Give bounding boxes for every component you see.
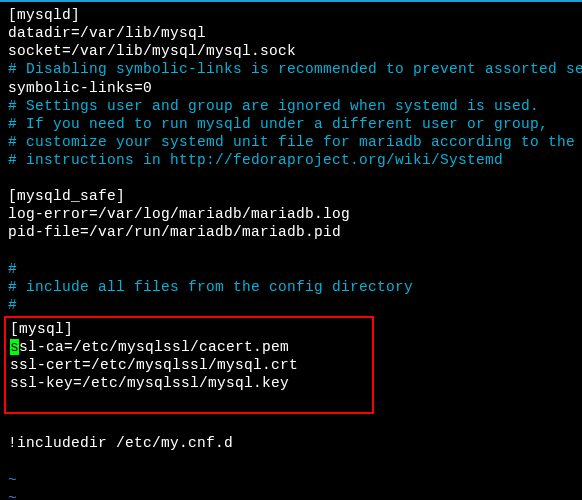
comment-line: # [8, 296, 574, 314]
cursor: s [10, 339, 19, 355]
comment-line: # [8, 260, 574, 278]
config-line: datadir=/var/lib/mysql [8, 24, 574, 42]
config-line: socket=/var/lib/mysql/mysql.sock [8, 42, 574, 60]
vim-tilde: ~ [8, 471, 574, 489]
comment-line: # instructions in http://fedoraproject.o… [8, 151, 574, 169]
blank-line [10, 392, 368, 410]
config-line-cursor: ssl-ca=/etc/mysqlssl/cacert.pem [10, 338, 368, 356]
blank-line [8, 169, 574, 187]
config-line: symbolic-links=0 [8, 79, 574, 97]
comment-line: # include all files from the config dire… [8, 278, 574, 296]
ssl-config-highlight: [mysql] ssl-ca=/etc/mysqlssl/cacert.pem … [4, 316, 374, 415]
comment-line: # Settings user and group are ignored wh… [8, 97, 574, 115]
blank-line [8, 416, 574, 434]
blank-line [8, 242, 574, 260]
config-line: !includedir /etc/my.cnf.d [8, 434, 574, 452]
blank-line [8, 453, 574, 471]
config-line: pid-file=/var/run/mariadb/mariadb.pid [8, 223, 574, 241]
comment-line: # customize your systemd unit file for m… [8, 133, 574, 151]
vim-tilde: ~ [8, 489, 574, 500]
config-line: log-error=/var/log/mariadb/mariadb.log [8, 205, 574, 223]
comment-line: # Disabling symbolic-links is recommende… [8, 60, 574, 78]
config-line: [mysqld_safe] [8, 187, 574, 205]
config-line: ssl-key=/etc/mysqlssl/mysql.key [10, 374, 368, 392]
comment-line: # If you need to run mysqld under a diff… [8, 115, 574, 133]
config-line: [mysql] [10, 320, 368, 338]
config-line: [mysqld] [8, 6, 574, 24]
config-line: ssl-cert=/etc/mysqlssl/mysql.crt [10, 356, 368, 374]
